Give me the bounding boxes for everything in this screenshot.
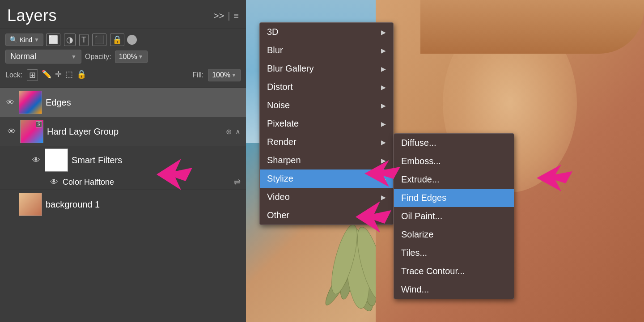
arrow-noise: ▶: [381, 102, 386, 109]
lock-image-icon[interactable]: ✏️: [42, 69, 51, 81]
layers-header: Layers >> | ≡: [0, 0, 246, 29]
thumbnail-hard-group: S: [20, 120, 43, 143]
layer-name-edges: Edges: [46, 97, 241, 108]
lock-row: Lock: ⊞ ✏️ ✛ ⬚ 🔒 Fill: 100% ▼: [5, 67, 241, 83]
opacity-chevron-icon: ▼: [138, 54, 144, 60]
submenu-item-find-edges[interactable]: Find Edges: [394, 189, 514, 207]
layer-item-edges[interactable]: 👁 Edges: [0, 88, 246, 117]
blend-mode-dropdown[interactable]: Normal ▼: [5, 50, 81, 64]
lock-icons: ⊞ ✏️ ✛ ⬚ 🔒: [27, 69, 86, 81]
arrow-render: ▶: [381, 139, 386, 146]
kind-dropdown[interactable]: 🔍 Kind ▼: [5, 34, 43, 46]
lock-label: Lock:: [5, 71, 22, 79]
lock-transparent-icon[interactable]: ⊞: [27, 69, 38, 81]
arrow-3d: ▶: [381, 29, 386, 36]
layers-controls: 🔍 Kind ▼ ⬜ ◑ T ⬛ 🔒 Normal ▼: [0, 29, 246, 88]
adjustment-filter-icon[interactable]: ◑: [64, 34, 76, 46]
menu-item-pixelate[interactable]: Pixelate ▶: [260, 114, 393, 133]
layer-item-color-halftone[interactable]: 👁 Color Halftone ⇌: [0, 174, 246, 190]
submenu-item-emboss[interactable]: Emboss...: [394, 152, 514, 170]
shape-filter-icon[interactable]: ⬛: [92, 34, 106, 46]
layer-item-background1[interactable]: 👁 background 1: [0, 190, 246, 219]
kind-chevron-icon: ▼: [34, 37, 39, 43]
arrow-distort: ▶: [381, 84, 386, 91]
halftone-settings-icon[interactable]: ⇌: [234, 177, 241, 187]
fill-value[interactable]: 100% ▼: [208, 69, 241, 81]
menu-item-sharpen[interactable]: Sharpen ▶: [260, 151, 393, 169]
opacity-value[interactable]: 100% ▼: [115, 51, 148, 63]
filter-icons: ⬜ ◑ T ⬛ 🔒: [46, 34, 124, 46]
visibility-eye-edges[interactable]: 👁: [5, 98, 15, 107]
kind-row: 🔍 Kind ▼ ⬜ ◑ T ⬛ 🔒: [5, 34, 241, 46]
blend-chevron-icon: ▼: [71, 54, 76, 60]
visibility-eye-smart-filters[interactable]: 👁: [31, 156, 41, 165]
layer-item-hard-group[interactable]: 👁 S Hard Layer Group ⊕ ∧: [0, 117, 246, 146]
opacity-label: Opacity:: [85, 53, 111, 61]
menu-item-video[interactable]: Video ▶: [260, 188, 393, 206]
arrow-blur-gallery: ▶: [381, 65, 386, 72]
stylize-submenu: Diffuse... Emboss... Extrude... Find Edg…: [394, 133, 514, 299]
layers-panel: Layers >> | ≡ 🔍 Kind ▼ ⬜ ◑ T ⬛: [0, 0, 246, 322]
fill-chevron-icon: ▼: [231, 72, 237, 78]
menu-item-blur-gallery[interactable]: Blur Gallery ▶: [260, 59, 393, 78]
thumbnail-edges: [19, 91, 42, 114]
expand-icon[interactable]: >>: [214, 11, 224, 21]
arrow-stylize: ▶: [381, 175, 386, 182]
link-icon: ⊕: [226, 127, 232, 136]
fill-label: Fill:: [192, 71, 203, 79]
kind-label: Kind: [20, 36, 32, 43]
filter-dropdown-menu: 3D ▶ Blur ▶ Blur Gallery ▶ Distort ▶ Noi…: [259, 22, 394, 225]
right-side: 3D ▶ Blur ▶ Blur Gallery ▶ Distort ▶ Noi…: [246, 0, 644, 322]
layers-header-icons: >> | ≡: [214, 11, 239, 21]
layers-title: Layers: [7, 6, 57, 25]
menu-item-other[interactable]: Other ▶: [260, 206, 393, 225]
submenu-item-trace-contour[interactable]: Trace Contour...: [394, 262, 514, 280]
pixel-filter-icon[interactable]: 🔒: [110, 34, 124, 46]
visibility-eye-group[interactable]: 👁: [7, 127, 17, 136]
lock-artboard-icon[interactable]: ⬚: [65, 69, 73, 81]
layer-name-hard-group: Hard Layer Group: [47, 127, 222, 137]
menu-item-noise[interactable]: Noise ▶: [260, 96, 393, 114]
arrow-sharpen: ▶: [381, 157, 386, 164]
opacity-row: Normal ▼ Opacity: 100% ▼: [5, 50, 241, 64]
image-filter-icon[interactable]: ⬜: [46, 34, 60, 46]
menu-item-blur[interactable]: Blur ▶: [260, 41, 393, 59]
blend-mode-value: Normal: [10, 52, 36, 61]
arrow-other: ▶: [381, 212, 386, 219]
submenu-item-diffuse[interactable]: Diffuse...: [394, 134, 514, 152]
menu-item-3d[interactable]: 3D ▶: [260, 23, 393, 41]
layer-name-color-halftone: Color Halftone: [63, 178, 230, 187]
menu-icon[interactable]: ≡: [233, 11, 239, 21]
submenu-item-wind[interactable]: Wind...: [394, 280, 514, 299]
menu-item-distort[interactable]: Distort ▶: [260, 78, 393, 96]
submenu-item-tiles[interactable]: Tiles...: [394, 244, 514, 262]
layer-name-bg1: background 1: [46, 199, 241, 210]
submenu-item-oil-paint[interactable]: Oil Paint...: [394, 207, 514, 225]
arrow-pixelate: ▶: [381, 120, 386, 127]
submenu-item-extrude[interactable]: Extrude...: [394, 170, 514, 189]
menu-item-render[interactable]: Render ▶: [260, 133, 393, 151]
thumbnail-bg1: [19, 193, 42, 216]
lock-all-icon[interactable]: 🔒: [76, 69, 86, 81]
submenu-item-solarize[interactable]: Solarize: [394, 225, 514, 244]
group-expand-icon[interactable]: ∧: [235, 127, 241, 136]
layer-name-smart-filters: Smart Filters: [72, 155, 241, 165]
layers-list: 👁 Edges 👁 S Hard Layer Group ⊕ ∧: [0, 88, 246, 322]
mode-circle-icon[interactable]: [127, 35, 137, 45]
menu-item-stylize[interactable]: Stylize ▶: [260, 169, 393, 188]
arrow-video: ▶: [381, 194, 386, 201]
arrow-blur: ▶: [381, 47, 386, 54]
thumbnail-smart-filters: [45, 148, 68, 172]
lock-position-icon[interactable]: ✛: [55, 69, 62, 81]
layer-item-smart-filters[interactable]: 👁 Smart Filters: [0, 146, 246, 174]
text-filter-icon[interactable]: T: [79, 34, 89, 46]
visibility-eye-halftone[interactable]: 👁: [49, 178, 59, 187]
